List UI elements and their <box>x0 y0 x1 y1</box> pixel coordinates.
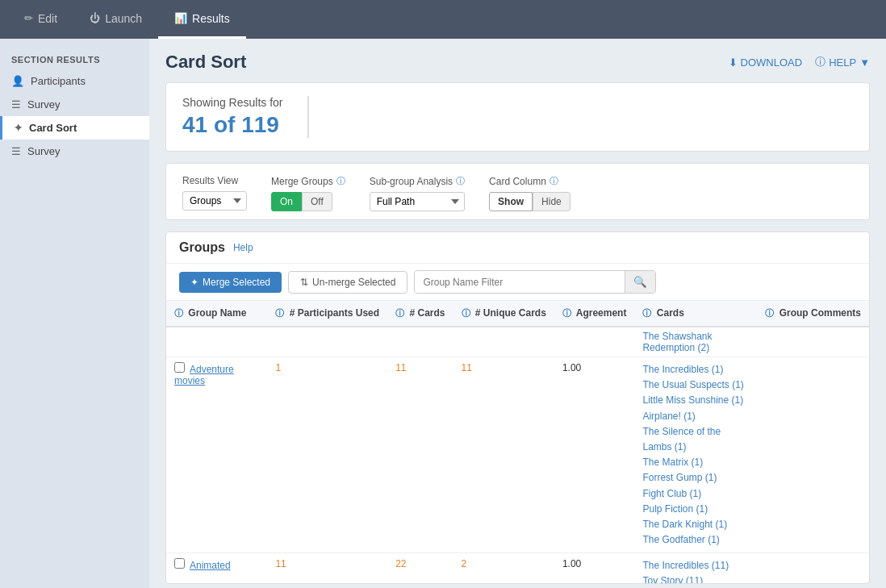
download-link[interactable]: ⬇ DOWNLOAD <box>729 56 803 69</box>
card-list-item[interactable]: Forrest Gump (1) <box>642 470 749 486</box>
results-view-select[interactable]: Groups <box>182 191 247 211</box>
participants-icon: 👤 <box>11 75 24 87</box>
tab-edit[interactable]: ✏ Edit <box>8 0 73 39</box>
survey1-icon: ☰ <box>11 98 21 111</box>
partial-name <box>166 327 267 357</box>
group-checkbox[interactable] <box>174 362 185 373</box>
card-list-item[interactable]: The Matrix (1) <box>642 455 749 470</box>
groups-help-link[interactable]: Help <box>233 242 253 253</box>
merge-on-button[interactable]: On <box>271 192 302 211</box>
partial-cards <box>387 327 453 357</box>
unmerge-selected-button[interactable]: ⇅ Un-merge Selected <box>288 271 407 294</box>
top-navigation: ✏ Edit ⏻ Launch 📊 Results <box>0 0 886 39</box>
col-cards-info[interactable]: ⓘ <box>395 308 404 318</box>
sidebar-item-survey1[interactable]: ☰ Survey <box>0 93 149 116</box>
sidebar-item-participants[interactable]: 👤 Participants <box>0 69 149 93</box>
unmerge-icon: ⇅ <box>300 277 308 288</box>
table-row-partial: The Shawshank Redemption (2) <box>166 327 869 357</box>
groups-table-wrapper[interactable]: ⓘ Group Name ⓘ # Participants Used ⓘ # C… <box>166 301 869 583</box>
card-list-item[interactable]: The Incredibles (1) <box>642 362 749 377</box>
help-chevron-icon: ▼ <box>859 56 870 69</box>
help-label: HELP <box>829 56 856 69</box>
partial-participants <box>267 327 387 357</box>
group-name-filter-input[interactable] <box>415 272 625 293</box>
subgroup-select[interactable]: Full Path <box>370 192 465 211</box>
merge-selected-button[interactable]: ✦ Merge Selected <box>179 272 282 293</box>
group-checkbox[interactable] <box>174 558 185 569</box>
card-list-item[interactable]: Toy Story (11) <box>642 573 749 583</box>
col-unique-cards: ⓘ # Unique Cards <box>453 301 554 327</box>
download-label: DOWNLOAD <box>741 56 803 69</box>
controls-section: Results View Groups Merge Groups ⓘ On Of… <box>165 163 870 220</box>
sidebar-item-survey2[interactable]: ☰ Survey <box>0 140 149 163</box>
col-agreement-info[interactable]: ⓘ <box>562 308 571 318</box>
agreement-cell: 1.00 <box>554 357 635 553</box>
controls-row: Results View Groups Merge Groups ⓘ On Of… <box>182 175 853 211</box>
tab-launch[interactable]: ⏻ Launch <box>73 0 158 39</box>
main-layout: SECTION RESULTS 👤 Participants ☰ Survey … <box>0 39 886 588</box>
card-list-item[interactable]: The Dark Knight (1) <box>642 517 749 532</box>
table-header-row: ⓘ Group Name ⓘ # Participants Used ⓘ # C… <box>166 301 869 327</box>
download-icon: ⬇ <box>729 56 738 69</box>
card-list-cell: The Incredibles (11)Toy Story (11) <box>634 553 757 583</box>
card-column-info-icon[interactable]: ⓘ <box>550 175 558 187</box>
subgroup-control: Sub-group Analysis ⓘ Full Path <box>370 175 465 211</box>
groups-toolbar: ✦ Merge Selected ⇅ Un-merge Selected 🔍 <box>166 264 869 301</box>
results-icon: 📊 <box>174 12 187 24</box>
group-name-link[interactable]: Animated <box>190 560 231 571</box>
hide-button[interactable]: Hide <box>533 192 570 211</box>
tab-edit-label: Edit <box>38 12 57 25</box>
participants-cell: 11 <box>267 553 387 583</box>
help-link-top[interactable]: ⓘ HELP ▼ <box>815 55 870 69</box>
merge-btn-label: Merge Selected <box>203 277 270 288</box>
subgroup-info-icon[interactable]: ⓘ <box>456 175 465 187</box>
group-name-filter-box: 🔍 <box>414 270 656 294</box>
card-list-item[interactable]: The Incredibles (11) <box>642 558 749 573</box>
sidebar-item-survey1-label: Survey <box>27 98 60 111</box>
cards-cell: 22 <box>387 553 453 583</box>
card-column-toggle: Show Hide <box>489 192 570 211</box>
sidebar-item-card-sort[interactable]: ✦ Card Sort <box>0 116 149 140</box>
page-title-row: Card Sort ⬇ DOWNLOAD ⓘ HELP ▼ <box>165 52 870 73</box>
card-list-item[interactable]: Airplane! (1) <box>642 409 749 424</box>
help-icon: ⓘ <box>815 55 825 69</box>
card-list-item[interactable]: The Silence of the Lambs (1) <box>642 424 749 455</box>
subgroup-label: Sub-group Analysis ⓘ <box>370 175 465 187</box>
col-cards-list-info[interactable]: ⓘ <box>642 308 651 318</box>
sidebar-item-card-sort-label: Card Sort <box>29 122 77 134</box>
merge-groups-info-icon[interactable]: ⓘ <box>336 175 345 187</box>
card-list-item[interactable]: Little Miss Sunshine (1) <box>642 393 749 408</box>
merge-off-button[interactable]: Off <box>302 192 332 211</box>
card-column-label: Card Column ⓘ <box>489 175 570 187</box>
col-unique-info[interactable]: ⓘ <box>462 308 470 318</box>
table-row: Adventure movies111111.00The Incredibles… <box>166 357 869 553</box>
groups-section: Groups Help ✦ Merge Selected ⇅ Un-merge … <box>165 231 870 584</box>
tab-launch-label: Launch <box>105 12 142 25</box>
card-list-item[interactable]: The Usual Suspects (1) <box>642 377 749 393</box>
sidebar-section-label: SECTION RESULTS <box>0 48 149 69</box>
col-group-name-info[interactable]: ⓘ <box>174 308 183 318</box>
agreement-cell: 1.00 <box>554 553 635 583</box>
partial-card-list: The Shawshank Redemption (2) <box>634 327 757 357</box>
results-view-label: Results View <box>182 175 247 186</box>
sidebar: SECTION RESULTS 👤 Participants ☰ Survey … <box>0 39 149 588</box>
col-cards-list: ⓘ Cards <box>634 301 757 327</box>
main-content: Card Sort ⬇ DOWNLOAD ⓘ HELP ▼ Showing Re… <box>149 39 886 588</box>
sidebar-item-survey2-label: Survey <box>27 145 60 157</box>
page-actions: ⬇ DOWNLOAD ⓘ HELP ▼ <box>729 55 870 69</box>
tab-results[interactable]: 📊 Results <box>158 0 246 39</box>
show-button[interactable]: Show <box>489 192 533 211</box>
merge-groups-label: Merge Groups ⓘ <box>271 175 345 187</box>
card-column-control: Card Column ⓘ Show Hide <box>489 175 570 211</box>
card-list-item[interactable]: The Godfather (1) <box>642 532 749 548</box>
search-button[interactable]: 🔍 <box>625 271 655 293</box>
tab-results-label: Results <box>192 12 230 25</box>
merge-groups-control: Merge Groups ⓘ On Off <box>271 175 345 211</box>
col-group-comments: ⓘ Group Comments <box>757 301 869 327</box>
card-list-item[interactable]: Pulp Fiction (1) <box>642 502 749 517</box>
edit-icon: ✏ <box>24 12 33 24</box>
col-comments-info[interactable]: ⓘ <box>765 308 774 318</box>
card-list-item[interactable]: Fight Club (1) <box>642 486 749 502</box>
cards-cell: 11 <box>387 357 453 553</box>
col-participants-info[interactable]: ⓘ <box>275 308 284 318</box>
